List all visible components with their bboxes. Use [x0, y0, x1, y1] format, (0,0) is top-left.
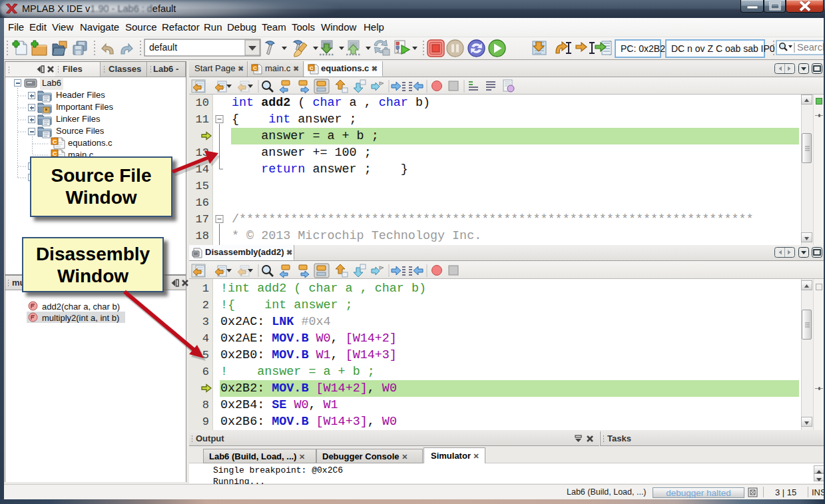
svg-text:3: 3 — [396, 48, 399, 54]
svg-text:C: C — [310, 65, 314, 71]
svg-text:Search: Search — [797, 42, 824, 53]
svg-text:DC n ov Z C oab sab IP0: DC n ov Z C oab sab IP0 — [671, 43, 775, 54]
svg-text:default: default — [149, 42, 177, 53]
svg-text:PC: 0x2B2: PC: 0x2B2 — [621, 43, 665, 54]
svg-text:C: C — [253, 65, 257, 71]
